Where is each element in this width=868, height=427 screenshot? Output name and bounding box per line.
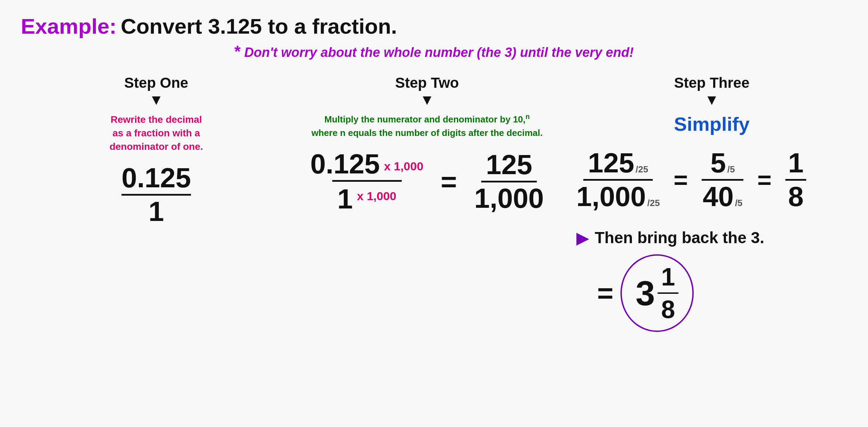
step-one-label: Step One: [124, 75, 188, 91]
title-line: Example: Convert 3.125 to a fraction.: [21, 14, 847, 39]
step-one-numerator: 0.125: [122, 164, 191, 192]
step-two-numerator: 0.125: [310, 150, 380, 178]
step-three-simplify: Simplify: [674, 113, 750, 135]
step-two-multiply-bottom: x 1,000: [357, 189, 396, 203]
step-three-arrow: ▼: [704, 93, 719, 107]
final-frac-line: [658, 292, 678, 294]
step-three-frac1: 125 /25 1,000 /25: [576, 149, 660, 211]
step-one-denominator: 1: [149, 198, 164, 225]
frac1-numerator: 125: [588, 149, 634, 177]
step-two-arrow: ▼: [420, 93, 434, 107]
then-text: Then bring back the 3.: [595, 228, 764, 247]
step-one-desc-l1: Rewrite the decimal: [111, 114, 202, 125]
steps-row: Step One ▼ Rewrite the decimal as a frac…: [21, 75, 847, 332]
step-two-result-fraction: 125 1,000: [474, 151, 544, 212]
sup-n: n: [526, 113, 530, 120]
frac2-numerator: 5: [710, 149, 726, 177]
step-two-result-line: [481, 181, 537, 182]
frac2-line: [702, 179, 743, 181]
subtitle: * Don't worry about the whole number (th…: [21, 42, 847, 61]
step-one: Step One ▼ Rewrite the decimal as a frac…: [21, 75, 292, 225]
frac1-num-small: /25: [636, 164, 648, 175]
step-two-content: 0.125 x 1,000 1 x 1,000 = 125 1,000: [310, 150, 544, 213]
step-two-multiply-top: x 1,000: [384, 160, 423, 173]
step-one-arrow: ▼: [149, 93, 164, 107]
step-two-label: Step Two: [395, 75, 459, 91]
step-three-frac2: 5 /5 40 /5: [702, 149, 743, 211]
step-two-result-denominator: 1,000: [474, 185, 544, 212]
step-three-eq2: =: [757, 166, 771, 194]
step-two-desc-l2: where n equals the number of digits afte…: [311, 128, 543, 138]
then-bring-back: ▶ Then bring back the 3.: [576, 228, 764, 247]
step-three-frac3: 1 8: [785, 149, 806, 211]
final-fraction: 1 8: [658, 263, 678, 324]
subtitle-text: Don't worry about the whole number (the …: [244, 45, 634, 60]
step-three-label: Step Three: [674, 75, 749, 91]
frac1-den-small: /25: [647, 198, 660, 208]
step-one-desc-l2: as a fraction with a: [112, 128, 200, 138]
step-two-denominator: 1: [337, 185, 353, 213]
step-three: Step Three ▼ Simplify 125 /25 1,000 /25 …: [562, 75, 847, 332]
circled-answer: 3 1 8: [620, 254, 694, 332]
step-two: Step Two ▼ Multiply the numerator and de…: [292, 75, 562, 213]
step-two-equals: =: [441, 166, 457, 198]
frac2-num-small: /5: [727, 164, 735, 175]
frac2-denominator: 40: [703, 183, 734, 211]
step-two-desc-l1: Multiply the numerator and denominator b…: [324, 114, 530, 125]
step-one-desc-l3: denominator of one.: [109, 141, 203, 152]
step-two-result-numerator: 125: [486, 151, 532, 179]
frac2-den-small: /5: [735, 198, 743, 208]
final-answer-row: = 3 1 8: [597, 254, 694, 332]
step-three-header: Step Three ▼ Simplify: [576, 75, 847, 146]
step-one-fraction-line: [122, 194, 191, 196]
final-frac-den: 8: [661, 295, 675, 324]
frac3-line: [785, 179, 806, 181]
step-one-desc: Rewrite the decimal as a fraction with a…: [109, 113, 203, 154]
step-three-fractions: 125 /25 1,000 /25 = 5 /5 40 /: [576, 149, 806, 211]
frac3-numerator: 1: [788, 149, 804, 177]
frac1-denominator: 1,000: [576, 183, 646, 211]
frac1-line: [583, 179, 653, 181]
step-one-fraction: 0.125 1: [122, 164, 191, 225]
step-two-desc: Multiply the numerator and denominator b…: [311, 113, 543, 140]
frac3-denominator: 8: [788, 183, 804, 211]
step-three-eq1: =: [674, 166, 688, 194]
main-title: Convert 3.125 to a fraction.: [121, 14, 397, 39]
example-label: Example:: [21, 14, 117, 39]
purple-arrow: ▶: [576, 228, 589, 247]
final-equals: =: [597, 277, 614, 309]
step-two-fraction-line: [332, 180, 402, 182]
final-frac-num: 1: [661, 263, 675, 291]
final-whole: 3: [636, 273, 655, 313]
subtitle-star: *: [234, 42, 241, 60]
